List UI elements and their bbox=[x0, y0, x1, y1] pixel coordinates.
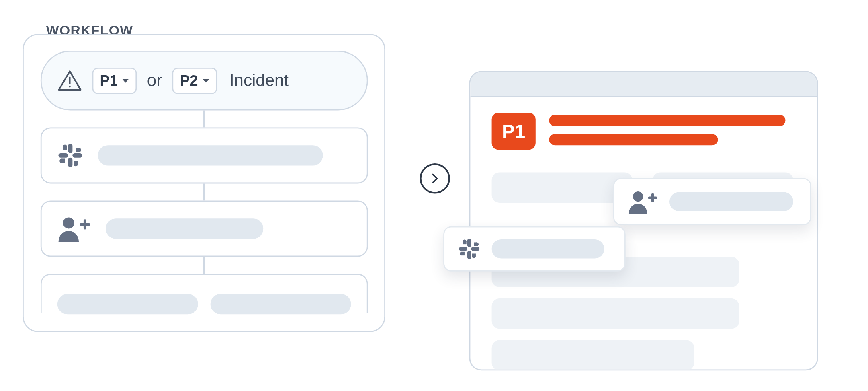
placeholder-bar bbox=[492, 239, 604, 259]
svg-rect-25 bbox=[463, 241, 466, 244]
svg-rect-4 bbox=[58, 153, 68, 158]
slack-icon bbox=[458, 238, 481, 260]
placeholder-bar bbox=[57, 294, 198, 314]
incident-body bbox=[492, 257, 796, 370]
priority-badge: P1 bbox=[492, 113, 536, 150]
callout-add-person bbox=[613, 178, 811, 225]
svg-point-17 bbox=[633, 191, 643, 202]
placeholder-bar bbox=[549, 115, 785, 126]
svg-point-14 bbox=[63, 217, 74, 228]
add-person-icon bbox=[628, 189, 658, 214]
svg-rect-9 bbox=[73, 161, 78, 164]
svg-rect-27 bbox=[472, 253, 476, 256]
placeholder-bar bbox=[98, 145, 323, 165]
workflow-step-add-person bbox=[40, 200, 368, 257]
flow-arrow bbox=[420, 163, 450, 194]
placeholder-bar bbox=[669, 192, 793, 211]
svg-rect-23 bbox=[471, 247, 479, 251]
workflow-connector bbox=[203, 183, 205, 200]
priority-select-2[interactable]: P2 bbox=[172, 67, 217, 94]
workflow-trigger: P1 or P2 Incident bbox=[40, 51, 368, 110]
placeholder-bar bbox=[106, 218, 263, 239]
trigger-conjunction: or bbox=[147, 71, 162, 90]
svg-rect-31 bbox=[474, 242, 477, 246]
svg-rect-19 bbox=[651, 193, 654, 202]
placeholder-block bbox=[492, 298, 739, 329]
add-person-icon bbox=[57, 215, 91, 242]
placeholder-bar bbox=[549, 134, 718, 145]
warning-icon bbox=[57, 69, 82, 92]
svg-rect-21 bbox=[467, 251, 471, 259]
workflow-step-partial bbox=[40, 274, 368, 313]
svg-rect-2 bbox=[68, 144, 72, 153]
priority-2-label: P2 bbox=[180, 72, 198, 89]
slack-icon bbox=[57, 142, 83, 168]
svg-rect-29 bbox=[462, 252, 465, 255]
svg-rect-7 bbox=[63, 147, 67, 150]
trigger-noun: Incident bbox=[229, 71, 289, 90]
window-titlebar bbox=[470, 72, 817, 97]
placeholder-block bbox=[492, 340, 694, 371]
svg-rect-20 bbox=[467, 239, 471, 247]
svg-rect-16 bbox=[83, 219, 86, 229]
svg-rect-3 bbox=[68, 158, 72, 167]
svg-rect-5 bbox=[72, 153, 82, 158]
svg-rect-22 bbox=[459, 247, 467, 251]
priority-select-1[interactable]: P1 bbox=[92, 67, 137, 94]
incident-header: P1 bbox=[492, 113, 796, 150]
svg-rect-13 bbox=[76, 148, 79, 152]
workflow-connector bbox=[203, 257, 205, 274]
placeholder-bar bbox=[210, 294, 351, 314]
chevron-down-icon bbox=[203, 78, 209, 82]
chevron-down-icon bbox=[122, 78, 129, 82]
callout-slack bbox=[443, 226, 626, 272]
workflow-connector bbox=[203, 110, 205, 127]
workflow-container: P1 or P2 Incident bbox=[23, 34, 385, 332]
priority-1-label: P1 bbox=[100, 72, 118, 89]
svg-rect-11 bbox=[61, 158, 65, 163]
incident-title-lines bbox=[549, 113, 795, 145]
svg-point-1 bbox=[69, 86, 70, 88]
placeholder-block bbox=[492, 172, 633, 203]
workflow-step-slack bbox=[40, 127, 368, 183]
